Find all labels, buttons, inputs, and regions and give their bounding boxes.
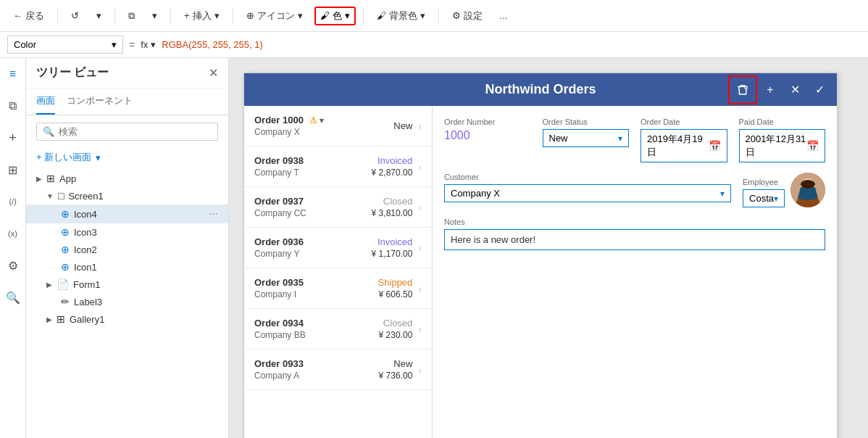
property-dropdown[interactable]: Color ▾: [7, 36, 123, 54]
order-name-0933: Order 0933: [254, 358, 379, 369]
order-item-0936[interactable]: Order 0936 Company Y Invoiced ¥ 1,170.00…: [244, 228, 432, 268]
confirm-header-button[interactable]: ✓: [808, 78, 831, 102]
toolbar: ← 戻る ↺ ▾ ⧉ ▾ + 挿入 ▾ ⊕ アイコン ▾ 🖌 色 ▾ 🖌 背景色…: [0, 0, 868, 32]
order-status-label: Order Status: [543, 117, 630, 126]
order-company-0936: Company Y: [254, 249, 372, 259]
employee-value: Costa: [749, 193, 774, 204]
back-label: 戻る: [25, 9, 44, 22]
order-info-0934: Order 0934 Company BB: [254, 318, 379, 340]
separator-3: [170, 9, 171, 23]
tab-screen[interactable]: 画面: [36, 88, 55, 115]
screen1-icon: □: [58, 190, 64, 202]
order-company-0938: Company T: [254, 168, 372, 178]
order-amount-0938: ¥ 2,870.00: [372, 168, 413, 178]
tree-item-icon2[interactable]: ⊕ Icon2: [26, 241, 228, 258]
order-info-0937: Order 0937 Company CC: [254, 196, 372, 218]
form1-expander: ▶: [46, 281, 52, 289]
settings-button[interactable]: ⚙ 設定: [446, 7, 488, 25]
copy-dropdown-button[interactable]: ▾: [146, 7, 163, 24]
tree-item-label3[interactable]: ✏ Label3: [26, 293, 228, 310]
detail-row-1: Order Number 1000 Order Status New ▾ Ord…: [444, 117, 825, 162]
order-item-0933[interactable]: Order 0933 Company A New ¥ 736.00 ›: [244, 350, 432, 390]
order-info-1000: Order 1000 ⚠ ▾ Company X: [254, 115, 393, 137]
more-button[interactable]: ...: [494, 7, 514, 24]
app-label: App: [59, 173, 76, 184]
circle-icon: ⊕: [246, 10, 254, 21]
tree-item-form1[interactable]: ▶ 📄 Form1: [26, 276, 228, 293]
customer-arrow: ▾: [720, 189, 725, 199]
order-status-select[interactable]: New ▾: [543, 129, 630, 147]
order-info-0935: Order 0935 Company I: [254, 277, 378, 299]
back-button[interactable]: ← 戻る: [7, 7, 50, 25]
order-amount-0937: ¥ 3,810.00: [372, 208, 413, 218]
tree-item-icon1[interactable]: ⊕ Icon1: [26, 258, 228, 276]
order-info-0936: Order 0936 Company Y: [254, 236, 372, 259]
order-status-1000: New: [393, 120, 412, 131]
paid-date-input[interactable]: 2001年12月31日 📅: [739, 129, 826, 162]
insert-button[interactable]: + 挿入 ▾: [178, 7, 225, 25]
sidebar-icon-data[interactable]: ⊞: [3, 160, 23, 180]
gallery1-expander: ▶: [46, 315, 52, 323]
customer-select[interactable]: Company X ▾: [444, 184, 731, 202]
screen1-expander: ▼: [46, 192, 54, 200]
sidebar-icon-variables[interactable]: (x): [3, 223, 23, 244]
sidebar-icon-layers[interactable]: ⧉: [3, 96, 23, 116]
customer-label: Customer: [444, 173, 731, 181]
bg-color-button[interactable]: 🖌 背景色 ▾: [371, 7, 431, 25]
icon4-dots[interactable]: ···: [209, 207, 218, 220]
order-item-0934[interactable]: Order 0934 Company BB Closed ¥ 230.00 ›: [244, 309, 432, 350]
detail-row-2: Customer Company X ▾ Employee Costa: [444, 173, 825, 207]
tree-close-button[interactable]: ✕: [209, 66, 218, 80]
tree-item-icon4[interactable]: ⊕ Icon4 ···: [26, 204, 228, 223]
app-title: Northwind Orders: [485, 82, 596, 97]
color-button-highlighted[interactable]: 🖌 色 ▾: [314, 7, 356, 25]
icon-button[interactable]: ⊕ アイコン ▾: [241, 7, 309, 25]
detail-panel: Order Number 1000 Order Status New ▾ Ord…: [433, 106, 837, 438]
order-right-0936: Invoiced ¥ 1,170.00: [372, 236, 413, 259]
formula-input[interactable]: [162, 39, 861, 50]
tree-item-gallery1[interactable]: ▶ ⊞ Gallery1: [26, 310, 228, 328]
sidebar-icon-add[interactable]: +: [3, 128, 23, 148]
order-item-0938[interactable]: Order 0938 Company T Invoiced ¥ 2,870.00…: [244, 146, 432, 187]
order-date-field: Order Date 2019年4月19日 📅: [640, 117, 727, 162]
tree-item-icon3[interactable]: ⊕ Icon3: [26, 223, 228, 241]
order-status-arrow: ▾: [618, 133, 622, 144]
trash-icon: [736, 83, 749, 96]
employee-select[interactable]: Costa ▾: [743, 189, 785, 207]
delete-button[interactable]: [731, 78, 754, 102]
copy-button[interactable]: ⧉: [122, 7, 141, 25]
calendar-icon-1: 📅: [709, 140, 721, 152]
tree-item-app[interactable]: ▶ ⊞ App: [26, 170, 228, 187]
undo-dropdown-button[interactable]: ▾: [91, 7, 107, 24]
bg-color-arrow: ▾: [420, 10, 425, 21]
sidebar-icon-tools[interactable]: ⚙: [3, 255, 23, 276]
sidebar-icon-formula[interactable]: ⟨/⟩: [3, 191, 23, 212]
app-header-actions: + ✕ ✓: [728, 75, 831, 104]
fx-button[interactable]: fx ▾: [141, 39, 156, 50]
order-item-0937[interactable]: Order 0937 Company CC Closed ¥ 3,810.00 …: [244, 187, 432, 228]
new-screen-button[interactable]: + 新しい画面 ▾: [26, 148, 228, 167]
tree-item-screen1[interactable]: ▼ □ Screen1: [26, 187, 228, 204]
gallery1-icon: ⊞: [57, 313, 65, 325]
order-number-label: Order Number: [444, 117, 531, 126]
notes-input[interactable]: [444, 229, 825, 250]
plus-icon: +: [184, 10, 190, 21]
undo-button[interactable]: ↺: [65, 7, 85, 24]
warning-icon-1000: ⚠: [309, 115, 317, 125]
paid-date-field: Paid Date 2001年12月31日 📅: [739, 117, 826, 162]
tab-component[interactable]: コンポーネント: [67, 88, 133, 115]
add-header-button[interactable]: +: [759, 78, 782, 102]
sidebar-icon-search[interactable]: 🔍: [3, 287, 23, 307]
sidebar-icon-menu[interactable]: ≡: [3, 64, 23, 84]
order-item-1000[interactable]: Order 1000 ⚠ ▾ Company X New ›: [244, 106, 432, 146]
order-amount-0933: ¥ 736.00: [379, 371, 413, 381]
order-chevron-0935: ›: [418, 283, 422, 294]
separator-1: [57, 9, 58, 23]
close-header-button[interactable]: ✕: [783, 78, 806, 102]
separator-6: [438, 9, 439, 23]
order-info-0938: Order 0938 Company T: [254, 155, 372, 178]
order-date-input[interactable]: 2019年4月19日 📅: [640, 129, 727, 162]
order-right-0935: Shipped ¥ 606.50: [378, 277, 413, 299]
order-item-0935[interactable]: Order 0935 Company I Shipped ¥ 606.50 ›: [244, 268, 432, 309]
search-input[interactable]: [59, 126, 212, 137]
